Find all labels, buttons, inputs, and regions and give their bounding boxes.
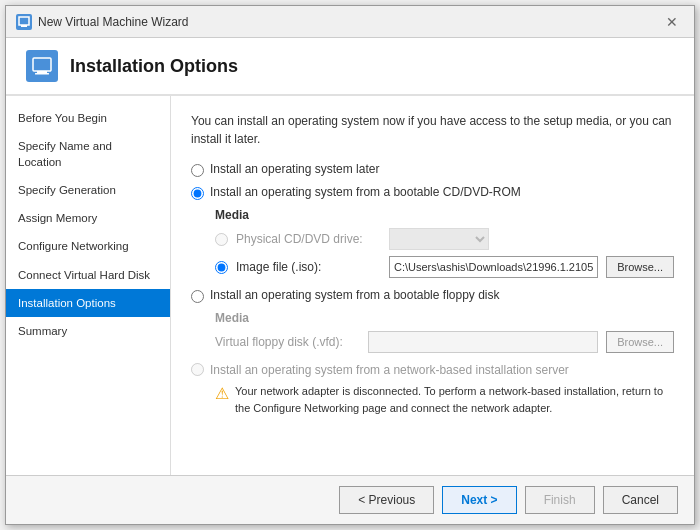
option-later: Install an operating system later xyxy=(191,162,674,177)
window-title: New Virtual Machine Wizard xyxy=(38,15,189,29)
warning-text: Your network adapter is disconnected. To… xyxy=(235,383,674,416)
browse-floppy-button[interactable]: Browse... xyxy=(606,331,674,353)
physical-cd-row: Physical CD/DVD drive: xyxy=(215,228,674,250)
radio-install-floppy[interactable] xyxy=(191,290,204,303)
finish-button[interactable]: Finish xyxy=(525,486,595,514)
warning-section: ⚠ Your network adapter is disconnected. … xyxy=(215,383,674,416)
sidebar-item-configure-networking[interactable]: Configure Networking xyxy=(6,232,170,260)
cd-media-section: Media Physical CD/DVD drive: Image file … xyxy=(215,208,674,278)
label-install-later[interactable]: Install an operating system later xyxy=(210,162,379,176)
close-button[interactable]: ✕ xyxy=(660,12,684,32)
radio-image-file[interactable] xyxy=(215,261,228,274)
sidebar-item-specify-name-and-location[interactable]: Specify Name and Location xyxy=(6,132,170,176)
main-content: You can install an operating system now … xyxy=(171,96,694,475)
previous-button[interactable]: < Previous xyxy=(339,486,434,514)
image-file-row: Image file (.iso): Browse... xyxy=(215,256,674,278)
option-network: Install an operating system from a netwo… xyxy=(191,363,674,377)
option-cd: Install an operating system from a boota… xyxy=(191,185,674,200)
content-area: Before You BeginSpecify Name and Locatio… xyxy=(6,96,694,475)
radio-install-later[interactable] xyxy=(191,164,204,177)
cd-media-label: Media xyxy=(215,208,674,222)
label-install-floppy[interactable]: Install an operating system from a boota… xyxy=(210,288,500,302)
warning-icon: ⚠ xyxy=(215,384,229,403)
header-icon xyxy=(26,50,58,82)
floppy-media-label: Media xyxy=(215,311,674,325)
sidebar-item-connect-virtual-hard-disk[interactable]: Connect Virtual Hard Disk xyxy=(6,261,170,289)
sidebar-item-assign-memory[interactable]: Assign Memory xyxy=(6,204,170,232)
image-file-label: Image file (.iso): xyxy=(236,260,381,274)
wizard-window: New Virtual Machine Wizard ✕ Installatio… xyxy=(5,5,695,525)
floppy-disk-input[interactable] xyxy=(368,331,598,353)
floppy-disk-row: Virtual floppy disk (.vfd): Browse... xyxy=(215,331,674,353)
label-install-cd[interactable]: Install an operating system from a boota… xyxy=(210,185,521,199)
radio-physical-cd[interactable] xyxy=(215,233,228,246)
svg-rect-3 xyxy=(37,71,47,73)
svg-rect-4 xyxy=(35,73,49,75)
svg-rect-1 xyxy=(21,25,27,27)
browse-iso-button[interactable]: Browse... xyxy=(606,256,674,278)
footer: < Previous Next > Finish Cancel xyxy=(6,475,694,524)
floppy-media-section: Media Virtual floppy disk (.vfd): Browse… xyxy=(215,311,674,353)
description-text: You can install an operating system now … xyxy=(191,112,674,148)
label-install-network[interactable]: Install an operating system from a netwo… xyxy=(210,363,569,377)
sidebar-item-summary[interactable]: Summary xyxy=(6,317,170,345)
physical-cd-label: Physical CD/DVD drive: xyxy=(236,232,381,246)
virtual-floppy-label: Virtual floppy disk (.vfd): xyxy=(215,335,360,349)
svg-rect-0 xyxy=(19,17,29,25)
cancel-button[interactable]: Cancel xyxy=(603,486,678,514)
sidebar: Before You BeginSpecify Name and Locatio… xyxy=(6,96,171,475)
title-bar: New Virtual Machine Wizard ✕ xyxy=(6,6,694,38)
image-file-input[interactable] xyxy=(389,256,598,278)
option-floppy: Install an operating system from a boota… xyxy=(191,288,674,303)
sidebar-item-before-you-begin[interactable]: Before You Begin xyxy=(6,104,170,132)
title-bar-left: New Virtual Machine Wizard xyxy=(16,14,189,30)
wizard-title: Installation Options xyxy=(70,56,238,77)
window-icon xyxy=(16,14,32,30)
radio-install-network[interactable] xyxy=(191,363,204,376)
physical-cd-select[interactable] xyxy=(389,228,489,250)
next-button[interactable]: Next > xyxy=(442,486,516,514)
wizard-header: Installation Options xyxy=(6,38,694,96)
radio-install-cd[interactable] xyxy=(191,187,204,200)
svg-rect-2 xyxy=(33,58,51,71)
sidebar-item-installation-options[interactable]: Installation Options xyxy=(6,289,170,317)
sidebar-item-specify-generation[interactable]: Specify Generation xyxy=(6,176,170,204)
